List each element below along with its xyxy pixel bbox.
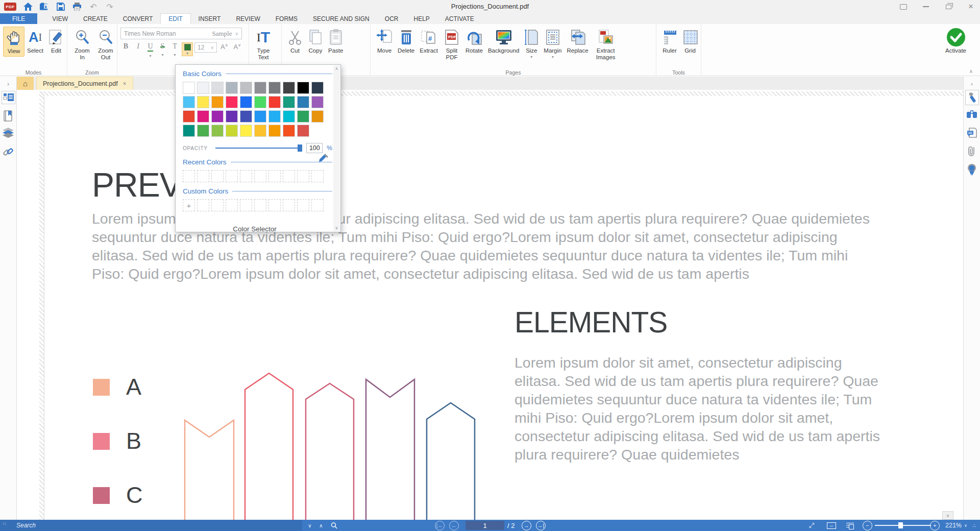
zoom-percent-label[interactable]: 221% (944, 520, 963, 531)
color-picker-scrollbar[interactable]: ∧ ∨ (333, 65, 340, 231)
empty-color-slot[interactable] (226, 170, 238, 182)
menu-tab-create[interactable]: CREATE (76, 13, 115, 24)
menu-tab-review[interactable]: REVIEW (228, 13, 267, 24)
type-text-button[interactable]: IT Type Text (252, 27, 275, 62)
color-swatch[interactable] (311, 110, 324, 123)
search-panel-icon[interactable] (964, 109, 980, 118)
empty-color-slot[interactable] (211, 170, 224, 182)
search-magnifier-icon[interactable] (329, 520, 339, 531)
fit-width-button[interactable]: ↔ (826, 520, 837, 531)
grid-button[interactable]: Grid (680, 27, 700, 56)
search-input[interactable] (16, 520, 292, 531)
cut-button[interactable]: Cut (285, 27, 305, 56)
collapse-ribbon-icon[interactable]: ∧ (969, 68, 973, 74)
add-custom-color-button[interactable]: + (183, 199, 195, 211)
color-swatch[interactable] (240, 82, 252, 94)
page-number-box[interactable] (465, 521, 504, 530)
signature-panel-icon[interactable] (964, 163, 980, 176)
zoom-out-status-button[interactable]: − (863, 520, 872, 531)
empty-color-slot[interactable] (311, 199, 324, 211)
previous-page-button[interactable]: ← (449, 520, 459, 531)
color-swatch[interactable] (268, 110, 281, 123)
color-swatch[interactable] (197, 96, 209, 108)
color-swatch[interactable] (311, 96, 324, 108)
color-swatch[interactable] (226, 82, 238, 94)
color-swatch[interactable] (240, 125, 252, 137)
bold-button[interactable]: B (120, 42, 131, 51)
strikethrough-button[interactable]: S▾ (157, 42, 168, 59)
color-swatch[interactable] (254, 110, 266, 123)
edit-mode-button[interactable]: Edit (46, 27, 66, 56)
scroll-down-button[interactable]: ∨ (942, 511, 953, 520)
color-swatch[interactable] (226, 125, 238, 137)
menu-tab-ocr[interactable]: OCR (377, 13, 406, 24)
bookmarks-panel-icon[interactable] (0, 110, 16, 122)
restore-icon[interactable] (944, 3, 952, 11)
empty-color-slot[interactable] (197, 199, 209, 211)
color-swatch[interactable] (183, 125, 195, 137)
color-swatch[interactable] (283, 110, 295, 123)
color-swatch[interactable] (297, 96, 309, 108)
empty-color-slot[interactable] (283, 170, 295, 182)
color-swatch[interactable] (197, 125, 209, 137)
color-swatch[interactable] (297, 110, 309, 123)
focus-mode-icon[interactable] (899, 3, 908, 11)
color-swatch[interactable] (268, 96, 281, 108)
expand-right-panel-icon[interactable]: ‹ (964, 81, 980, 87)
empty-color-slot[interactable] (211, 199, 224, 211)
paste-button[interactable]: Paste (326, 27, 346, 56)
color-swatch[interactable] (254, 96, 266, 108)
color-swatch[interactable] (254, 82, 266, 94)
color-swatch[interactable] (254, 125, 266, 137)
zoom-in-button[interactable]: Zoom In (70, 27, 94, 62)
empty-color-slot[interactable] (240, 199, 252, 211)
fullscreen-button[interactable]: ⤢ (806, 520, 817, 531)
color-swatch[interactable] (268, 82, 281, 94)
menu-tab-convert[interactable]: CONVERT (115, 13, 160, 24)
color-swatch[interactable] (240, 96, 252, 108)
color-swatch[interactable] (297, 82, 309, 94)
margin-button[interactable]: Margin ▾ (541, 27, 564, 61)
home-tab-button[interactable]: ⌂ (17, 77, 34, 90)
color-swatch[interactable] (283, 125, 295, 137)
close-icon[interactable]: × (967, 3, 975, 11)
size-button[interactable]: Size ▾ (522, 27, 541, 61)
view-mode-button[interactable]: View (3, 27, 24, 57)
menu-tab-view[interactable]: VIEW (44, 13, 76, 24)
zoom-out-button[interactable]: Zoom Out (94, 27, 117, 62)
replace-button[interactable]: Replace (564, 27, 591, 56)
color-swatch[interactable] (297, 125, 309, 137)
menu-tab-edit[interactable]: EDIT (160, 13, 190, 24)
first-page-button[interactable]: |← (435, 520, 445, 531)
menu-tab-activate[interactable]: ACTIVATE (437, 13, 482, 24)
zoom-slider-handle[interactable] (898, 522, 903, 528)
italic-button[interactable]: I (133, 42, 143, 51)
color-swatch[interactable] (211, 110, 224, 123)
color-swatch[interactable] (183, 82, 195, 94)
empty-color-slot[interactable] (268, 170, 281, 182)
expand-left-panel-icon[interactable]: › (0, 81, 16, 87)
shrink-font-button[interactable]: A∨ (232, 42, 243, 51)
color-swatch[interactable] (226, 96, 238, 108)
fit-page-button[interactable] (845, 520, 855, 531)
grow-font-button[interactable]: A∧ (218, 42, 230, 51)
delete-button[interactable]: Delete (395, 27, 417, 56)
comments-panel-icon[interactable] (964, 128, 980, 138)
empty-color-slot[interactable] (226, 199, 238, 211)
last-page-button[interactable]: →| (536, 520, 546, 531)
empty-color-slot[interactable] (297, 170, 309, 182)
copy-button[interactable]: Copy (305, 27, 326, 56)
color-swatch[interactable] (197, 82, 209, 94)
color-swatch[interactable] (226, 110, 238, 123)
color-swatch[interactable] (211, 125, 224, 137)
empty-color-slot[interactable] (254, 199, 266, 211)
empty-color-slot[interactable] (254, 170, 266, 182)
empty-color-slot[interactable] (283, 199, 295, 211)
search-next-icon[interactable]: ∧ (316, 520, 326, 531)
thumbnails-panel-icon[interactable] (2, 91, 15, 104)
text-style-button[interactable]: T▾ (169, 42, 180, 59)
font-color-button[interactable]: ▾ (182, 42, 193, 56)
color-swatch[interactable] (211, 96, 224, 108)
menu-tab-help[interactable]: HELP (406, 13, 437, 24)
select-mode-button[interactable]: AI Select (24, 27, 46, 56)
